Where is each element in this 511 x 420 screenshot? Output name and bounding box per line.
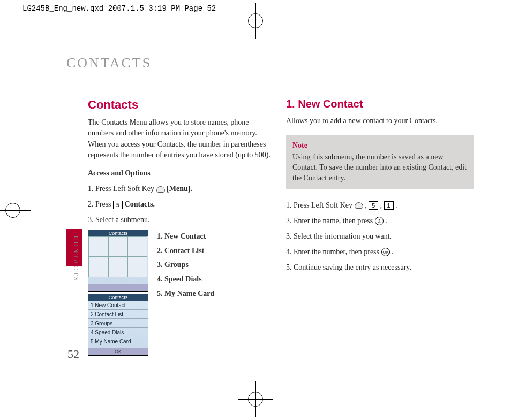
ok-key-icon [381, 248, 390, 256]
chapter-title: CONTACTS [66, 55, 474, 71]
side-label: CONTACTS [72, 236, 80, 273]
list-item: 1 New Contact [88, 301, 148, 310]
r-step4-pre: 4. Enter the number, then press [286, 248, 381, 256]
screen-ok-bar: OK [88, 348, 148, 355]
list-item: 4 Speed Dials [88, 328, 148, 337]
r-step-2: 2. Enter the name, then press . [286, 215, 474, 226]
step2-pre: 2. Press [88, 200, 113, 208]
note-title: Note [292, 140, 467, 151]
key-5-icon: 5 [113, 201, 123, 209]
list-item: 5 My Name Card [88, 337, 148, 346]
submenu-item: 2. Contact List [157, 244, 214, 258]
menu-icon-cell [108, 257, 128, 277]
screen-title: Contacts [88, 230, 148, 236]
key-1-icon: 1 [384, 201, 394, 210]
r-step4-post: . [392, 248, 394, 256]
menu-icon-cell [108, 236, 128, 257]
step-3: 3. Select a submenu. [88, 214, 275, 225]
intro-text: The Contacts Menu allows you to store na… [88, 117, 275, 161]
r-step2-pre: 2. Enter the name, then press [286, 217, 375, 225]
menu-icon-cell [88, 257, 108, 277]
menu-icon-cell [127, 257, 147, 277]
list-item: 3 Groups [88, 319, 148, 328]
r-step-5: 5. Continue saving the entry as necessar… [286, 262, 474, 273]
key-5-icon: 5 [369, 201, 378, 210]
menu-icon-cell [127, 236, 147, 257]
left-soft-key-icon [355, 202, 363, 209]
r-step1-post: . [395, 201, 397, 209]
step2-post: Contacts. [125, 200, 155, 208]
note-box: Note Using this submenu, the number is s… [286, 135, 474, 188]
access-options-heading: Access and Options [88, 169, 275, 178]
r-step1-pre: 1. Press Left Soft Key [286, 201, 355, 209]
step1-post: [Menu]. [167, 185, 192, 193]
screen-title: Contacts [88, 294, 148, 301]
step-2: 2. Press 5 Contacts. [88, 198, 275, 210]
left-soft-key-icon [156, 186, 165, 193]
phone-screen-list: Contacts 1 New Contact 2 Contact List 3 … [88, 294, 148, 356]
list-item: 2 Contact List [88, 310, 148, 319]
note-body: Using this submenu, the number is saved … [292, 153, 467, 182]
print-header: LG245B_Eng_new.qxd 2007.1.5 3:19 PM Page… [22, 4, 216, 13]
page-number: 52 [67, 347, 79, 361]
left-column: CONTACTS Contacts The Contacts Menu allo… [66, 98, 275, 358]
intro-text: Allows you to add a new contact to your … [286, 116, 474, 126]
screen-bottom-bar [88, 284, 148, 291]
submenu-item: 3. Groups [157, 258, 214, 272]
r-step-4: 4. Enter the number, then press . [286, 246, 474, 257]
nav-key-icon [375, 217, 384, 225]
menu-icon-cell [88, 236, 108, 257]
page-content: CONTACTS CONTACTS Contacts The Contacts … [13, 34, 511, 420]
r-step-1: 1. Press Left Soft Key , 5 , 1 . [286, 200, 474, 211]
phone-screenshots: Contacts Contacts 1 New Contact 2 Contac… [88, 230, 149, 358]
submenu-item: 4. Speed Dials [157, 272, 214, 287]
section-heading-new-contact: 1. New Contact [286, 98, 474, 110]
r-step2-post: . [385, 217, 387, 225]
submenu-item: 1. New Contact [157, 230, 214, 244]
step1-pre: 1. Press Left Soft Key [88, 185, 156, 193]
step-1: 1. Press Left Soft Key [Menu]. [88, 183, 275, 194]
right-column: 1. New Contact Allows you to add a new c… [286, 98, 474, 358]
section-heading-contacts: Contacts [88, 98, 275, 112]
phone-screen-icons: Contacts [88, 230, 148, 292]
submenu-item: 5. My Name Card [157, 287, 214, 301]
registration-mark [248, 13, 263, 28]
r-step-3: 3. Select the information you want. [286, 231, 474, 242]
submenu-list: 1. New Contact 2. Contact List 3. Groups… [157, 230, 214, 301]
